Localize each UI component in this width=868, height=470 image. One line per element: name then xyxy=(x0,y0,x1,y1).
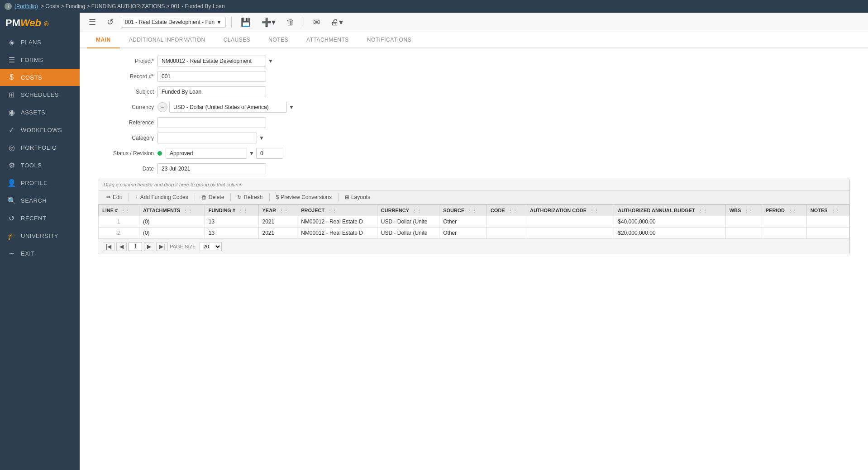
sidebar: PMWeb ® ◈ PLANS ☰ FORMS $ COSTS ⊞ SCHEDU… xyxy=(0,13,80,470)
first-page-button[interactable]: |◀ xyxy=(103,242,114,251)
cell-wbs-1 xyxy=(725,216,762,228)
sidebar-item-label: UNIVERSITY xyxy=(21,233,58,239)
plans-icon: ◈ xyxy=(7,38,16,47)
col-period: PERIOD ⋮⋮ xyxy=(762,205,806,216)
cell-budget-1: $40,000,000.00 xyxy=(614,216,725,228)
exit-icon: → xyxy=(7,249,16,257)
sidebar-item-tools[interactable]: ⚙ TOOLS xyxy=(0,157,80,174)
tab-attachments[interactable]: ATTACHMENTS xyxy=(297,32,358,48)
page-size-select[interactable]: 20 50 100 xyxy=(200,242,222,251)
layouts-button[interactable]: ⊞ Layouts xyxy=(341,193,374,202)
table-row[interactable]: 2 (0) 13 2021 NM00012 - Real Estate D US… xyxy=(99,228,849,239)
date-row: Date xyxy=(91,163,857,174)
currency-dropdown-icon[interactable]: ▼ xyxy=(289,104,294,110)
add-funding-codes-button[interactable]: + Add Funding Codes xyxy=(132,193,192,202)
print-button[interactable]: 🖨▾ xyxy=(327,15,347,29)
next-page-button[interactable]: ▶ xyxy=(144,242,154,251)
project-label: Project* xyxy=(91,58,154,64)
recent-icon: ↺ xyxy=(7,214,16,223)
delete-button[interactable]: 🗑 xyxy=(283,16,298,29)
status-dropdown-icon[interactable]: ▼ xyxy=(249,150,254,157)
current-page-input[interactable] xyxy=(129,242,142,251)
sidebar-item-costs[interactable]: $ COSTS xyxy=(0,69,80,86)
col-auth-code: AUTHORIZATION CODE ⋮⋮ xyxy=(526,205,614,216)
refresh-button[interactable]: ↻ Refresh xyxy=(234,193,266,202)
sidebar-item-plans[interactable]: ◈ PLANS xyxy=(0,33,80,51)
edit-button[interactable]: ✏ Edit xyxy=(103,193,126,202)
col-source-sort-icon[interactable]: ⋮⋮ xyxy=(467,208,477,213)
reference-input[interactable] xyxy=(157,117,266,128)
col-source: SOURCE ⋮⋮ xyxy=(439,205,487,216)
grid-toolbar-separator-4 xyxy=(269,193,270,201)
tab-notes[interactable]: NOTES xyxy=(259,32,297,48)
tab-additional-information[interactable]: ADDITIONAL INFORMATION xyxy=(120,32,215,48)
col-line-sort-icon[interactable]: ⋮⋮ xyxy=(121,208,130,213)
save-button[interactable]: 💾 xyxy=(237,15,254,29)
col-project: PROJECT ⋮⋮ xyxy=(297,205,377,216)
revision-input[interactable] xyxy=(256,148,283,159)
tab-notifications[interactable]: NOTIFICATIONS xyxy=(358,32,420,48)
sidebar-item-workflows[interactable]: ✓ WORKFLOWS xyxy=(0,121,80,139)
undo-button[interactable]: ↺ xyxy=(103,15,117,29)
currency-dots-button[interactable]: ··· xyxy=(157,102,167,112)
col-project-sort-icon[interactable]: ⋮⋮ xyxy=(328,208,337,213)
category-input[interactable] xyxy=(157,133,257,143)
date-input[interactable] xyxy=(157,163,266,174)
cell-code-2 xyxy=(486,228,526,239)
project-dropdown-icon[interactable]: ▼ xyxy=(268,58,273,64)
sidebar-item-exit[interactable]: → EXIT xyxy=(0,245,80,262)
layouts-icon: ⊞ xyxy=(345,194,349,200)
currency-input[interactable] xyxy=(169,102,287,113)
record-input[interactable] xyxy=(157,71,266,82)
prev-page-button[interactable]: ◀ xyxy=(116,242,127,251)
sidebar-item-forms[interactable]: ☰ FORMS xyxy=(0,51,80,69)
last-page-button[interactable]: ▶| xyxy=(156,242,168,251)
col-currency-sort-icon[interactable]: ⋮⋮ xyxy=(412,208,421,213)
col-wbs-sort-icon[interactable]: ⋮⋮ xyxy=(744,208,753,213)
grid-delete-button[interactable]: 🗑 Delete xyxy=(198,193,228,202)
col-code: CODE ⋮⋮ xyxy=(486,205,526,216)
grid-toolbar-separator-3 xyxy=(230,193,231,201)
subject-input[interactable] xyxy=(157,86,266,97)
table-row[interactable]: 1 (0) 13 2021 NM00012 - Real Estate D US… xyxy=(99,216,849,228)
tab-main[interactable]: MAIN xyxy=(87,32,120,48)
info-icon[interactable]: i xyxy=(5,3,12,10)
col-period-sort-icon[interactable]: ⋮⋮ xyxy=(788,208,797,213)
project-input[interactable] xyxy=(157,56,266,66)
category-dropdown-icon[interactable]: ▼ xyxy=(259,135,264,141)
email-button[interactable]: ✉ xyxy=(310,15,324,29)
cell-attachments-2: (0) xyxy=(139,228,205,239)
sidebar-item-assets[interactable]: ◉ ASSETS xyxy=(0,104,80,121)
col-year-sort-icon[interactable]: ⋮⋮ xyxy=(279,208,288,213)
cell-period-1 xyxy=(762,216,806,228)
sidebar-item-portfolio[interactable]: ◎ PORTFOLIO xyxy=(0,139,80,157)
record-dropdown[interactable]: 001 - Real Estate Development - Fun ▼ xyxy=(121,17,226,28)
col-auth-code-sort-icon[interactable]: ⋮⋮ xyxy=(590,208,599,213)
profile-icon: 👤 xyxy=(7,179,16,187)
menu-button[interactable]: ☰ xyxy=(85,15,100,29)
add-button[interactable]: ➕▾ xyxy=(258,15,279,29)
sidebar-item-search[interactable]: 🔍 SEARCH xyxy=(0,192,80,209)
sidebar-item-recent[interactable]: ↺ RECENT xyxy=(0,209,80,227)
col-currency: CURRENCY ⋮⋮ xyxy=(377,205,439,216)
sidebar-item-profile[interactable]: 👤 PROFILE xyxy=(0,174,80,192)
sidebar-item-label: WORKFLOWS xyxy=(21,127,62,133)
schedules-icon: ⊞ xyxy=(7,90,16,99)
col-funding-sort-icon[interactable]: ⋮⋮ xyxy=(238,208,248,213)
grid-toolbar-separator-1 xyxy=(129,193,129,201)
sidebar-item-schedules[interactable]: ⊞ SCHEDULES xyxy=(0,86,80,104)
cell-period-2 xyxy=(762,228,806,239)
col-budget-sort-icon[interactable]: ⋮⋮ xyxy=(698,208,707,213)
col-code-sort-icon[interactable]: ⋮⋮ xyxy=(508,208,517,213)
preview-conversions-button[interactable]: $ Preview Conversions xyxy=(272,193,335,202)
col-notes-sort-icon[interactable]: ⋮⋮ xyxy=(831,208,840,213)
sidebar-item-university[interactable]: 🎓 UNIVERSITY xyxy=(0,227,80,245)
tab-clauses[interactable]: CLAUSES xyxy=(215,32,260,48)
table-scroll-container: LINE # ⋮⋮ ATTACHMENTS ⋮⋮ FUNDING # ⋮⋮ xyxy=(98,204,849,239)
project-select-wrap: ▼ xyxy=(157,56,273,66)
status-input[interactable] xyxy=(166,148,247,159)
sidebar-item-label: SEARCH xyxy=(21,197,47,204)
reference-row: Reference xyxy=(91,117,857,128)
col-attachments-sort-icon[interactable]: ⋮⋮ xyxy=(183,208,192,213)
portfolio-breadcrumb-link[interactable]: (Portfolio) xyxy=(14,3,38,9)
